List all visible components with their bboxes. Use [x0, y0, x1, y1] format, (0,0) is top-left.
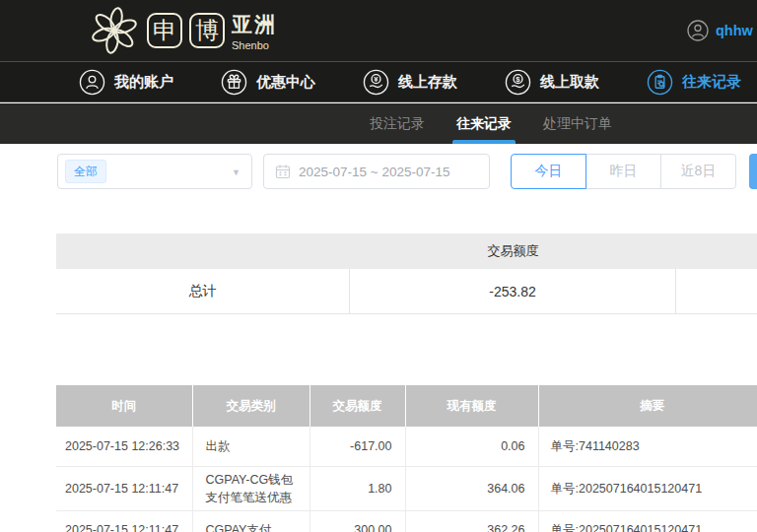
- tab-label: 投注记录: [370, 115, 425, 133]
- nav-label: 线上取款: [540, 73, 599, 92]
- nav-label: 我的账户: [114, 73, 173, 92]
- logo-subtitle: Shenbo: [232, 39, 277, 51]
- withdraw-icon: $: [505, 69, 531, 96]
- quick-date-group: 今日 昨日 近8日: [511, 154, 736, 189]
- date-range-value: 2025-07-15 ~ 2025-07-15: [299, 165, 450, 179]
- svg-text:$: $: [516, 74, 520, 83]
- cell-balance: 0.06: [405, 427, 538, 466]
- nav-label: 优惠中心: [256, 73, 315, 92]
- gift-icon: [221, 69, 247, 96]
- summary-header-row: 交易额度: [56, 233, 757, 269]
- search-button[interactable]: [749, 154, 757, 189]
- svg-text:¥: ¥: [374, 74, 378, 83]
- filter-row: 全部 ▼ 2025-07-15 ~ 2025-07-15 今日 昨日 近8日: [57, 154, 736, 189]
- date-range-input[interactable]: 2025-07-15 ~ 2025-07-15: [263, 154, 490, 189]
- col-header-memo: 摘要: [538, 385, 757, 427]
- logo-char-shen: 申: [147, 13, 182, 48]
- today-button[interactable]: 今日: [511, 154, 586, 189]
- flower-logo-icon: [89, 5, 140, 56]
- tab-pending-orders[interactable]: 处理中订单: [543, 103, 612, 144]
- summary-total-label: 总计: [56, 269, 350, 313]
- nav-item-withdraw[interactable]: $ 线上取款: [505, 69, 599, 96]
- cell-amount: 1.80: [310, 466, 405, 510]
- summary-total-value: -253.82: [350, 269, 676, 313]
- cell-type: CGPAY-CG钱包支付笔笔送优惠: [192, 466, 310, 510]
- calendar-icon: [275, 164, 291, 179]
- cell-time: 2025-07-15 12:26:33: [56, 427, 192, 466]
- cell-balance: 362.26: [405, 510, 538, 532]
- records-icon: [647, 69, 673, 96]
- table-row: 2025-07-15 12:11:47 CGPAY-CG钱包支付笔笔送优惠 1.…: [56, 466, 757, 510]
- cell-memo: 单号:741140283: [538, 427, 757, 466]
- nav-item-transaction-records[interactable]: 往来记录: [647, 69, 741, 96]
- logo-region-text: 亚洲: [232, 11, 277, 38]
- cell-balance: 364.06: [405, 466, 538, 510]
- cell-type: CGPAY支付: [192, 510, 310, 532]
- transactions-header-row: 时间 交易类别 交易额度 现有额度 摘要: [56, 385, 757, 427]
- tab-transaction-records[interactable]: 往来记录: [456, 103, 512, 144]
- col-header-time: 时间: [56, 385, 192, 427]
- summary-header-label: 交易额度: [350, 242, 676, 260]
- brand-logo: 申 博 亚洲 Shenbo: [89, 5, 277, 56]
- caret-down-icon: ▼: [232, 167, 241, 177]
- cell-amount: -617.00: [310, 427, 405, 466]
- button-label: 今日: [535, 163, 563, 180]
- cell-time: 2025-07-15 12:11:47: [56, 466, 192, 510]
- table-row: 2025-07-15 12:26:33 出款 -617.00 0.06 单号:7…: [56, 427, 757, 466]
- cell-amount: 300.00: [310, 510, 405, 532]
- summary-table: 交易额度 总计 -253.82: [56, 233, 757, 314]
- col-header-amount: 交易额度: [310, 385, 405, 427]
- selected-type-tag: 全部: [65, 160, 106, 183]
- app-header: 申 博 亚洲 Shenbo qhhw: [0, 0, 757, 61]
- username-text: qhhw: [716, 23, 753, 38]
- tab-label: 往来记录: [456, 115, 512, 133]
- col-header-balance: 现有额度: [405, 385, 538, 427]
- table-row: 2025-07-15 12:11:47 CGPAY支付 300.00 362.2…: [56, 510, 757, 532]
- nav-item-my-account[interactable]: 我的账户: [79, 69, 173, 96]
- nav-item-deposit[interactable]: ¥ 线上存款: [363, 69, 457, 96]
- button-label: 近8日: [681, 163, 717, 180]
- type-select[interactable]: 全部 ▼: [57, 154, 252, 189]
- tab-label: 处理中订单: [543, 115, 612, 133]
- yesterday-button[interactable]: 昨日: [585, 154, 661, 189]
- tab-betting-records[interactable]: 投注记录: [370, 103, 425, 144]
- transactions-table: 时间 交易类别 交易额度 现有额度 摘要 2025-07-15 12:26:33…: [56, 385, 757, 532]
- cell-time: 2025-07-15 12:11:47: [56, 510, 192, 532]
- records-tabbar: 投注记录 往来记录 处理中订单: [0, 103, 757, 144]
- summary-total-row: 总计 -253.82: [56, 269, 757, 314]
- user-account[interactable]: qhhw: [687, 0, 753, 61]
- deposit-icon: ¥: [363, 69, 389, 96]
- cell-memo: 单号:202507164015120471: [538, 510, 757, 532]
- main-nav: 我的账户 优惠中心 ¥ 线上存款 $ 线上取款: [0, 61, 757, 102]
- nav-label: 往来记录: [682, 73, 741, 92]
- nav-item-promotions[interactable]: 优惠中心: [221, 69, 315, 96]
- last-8-days-button[interactable]: 近8日: [660, 154, 736, 189]
- cell-memo: 单号:202507164015120471: [538, 466, 757, 510]
- button-label: 昨日: [610, 163, 638, 180]
- cell-type: 出款: [192, 427, 310, 466]
- col-header-type: 交易类别: [192, 385, 310, 427]
- summary-empty-cell: [676, 269, 757, 313]
- nav-label: 线上存款: [398, 73, 457, 92]
- user-avatar-icon: [687, 20, 709, 41]
- account-icon: [79, 69, 105, 96]
- logo-char-bo: 博: [189, 13, 225, 48]
